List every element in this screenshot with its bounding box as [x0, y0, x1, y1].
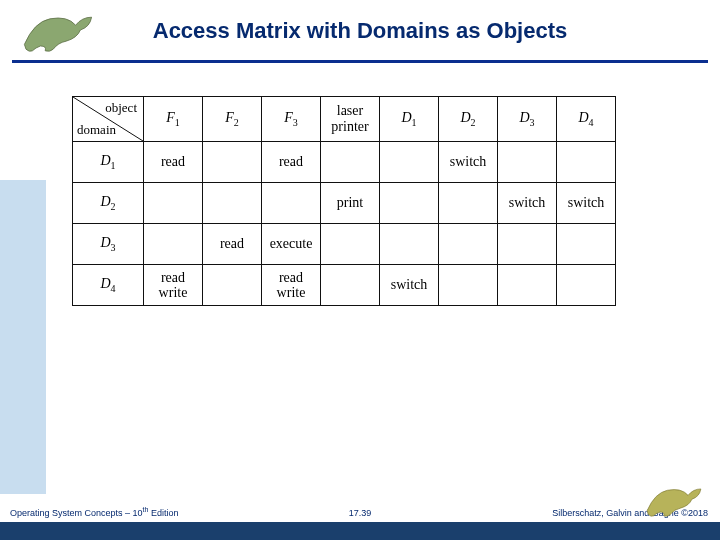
matrix-cell: [380, 183, 439, 224]
col-header: D2: [439, 97, 498, 142]
row-label: D3: [73, 224, 144, 265]
row-label: D2: [73, 183, 144, 224]
slide: Access Matrix with Domains as Objects ob…: [0, 0, 720, 540]
matrix-cell: read write: [144, 265, 203, 306]
row-label: D1: [73, 142, 144, 183]
col-header: F1: [144, 97, 203, 142]
matrix-cell: [262, 183, 321, 224]
matrix-cell: [439, 265, 498, 306]
bottom-accent-bar: [0, 522, 720, 540]
matrix-cell: [439, 183, 498, 224]
slide-title: Access Matrix with Domains as Objects: [0, 18, 720, 44]
matrix-cell: [498, 265, 557, 306]
corner-domain-label: domain: [77, 122, 116, 138]
col-header: laser printer: [321, 97, 380, 142]
col-header: D4: [557, 97, 616, 142]
col-header: D1: [380, 97, 439, 142]
dinosaur-icon-bottom: [642, 480, 706, 520]
matrix-cell: [321, 142, 380, 183]
col-header: D3: [498, 97, 557, 142]
matrix-cell: [557, 142, 616, 183]
matrix-corner: object domain: [73, 97, 144, 142]
title-underline: [12, 60, 708, 63]
col-header: F2: [203, 97, 262, 142]
matrix-cell: [144, 183, 203, 224]
matrix-cell: [144, 224, 203, 265]
matrix-cell: [498, 142, 557, 183]
matrix-cell: [321, 265, 380, 306]
access-matrix-table: object domain F1 F2 F3 laser printer D1 …: [72, 96, 616, 306]
matrix-cell: [439, 224, 498, 265]
matrix-cell: [380, 224, 439, 265]
matrix-cell: print: [321, 183, 380, 224]
matrix-cell: [203, 142, 262, 183]
matrix-cell: [203, 265, 262, 306]
left-accent-bar: [0, 180, 46, 494]
matrix-cell: switch: [439, 142, 498, 183]
matrix-cell: [380, 142, 439, 183]
corner-object-label: object: [105, 100, 137, 116]
row-label: D4: [73, 265, 144, 306]
matrix-cell: switch: [380, 265, 439, 306]
matrix-cell: [498, 224, 557, 265]
matrix-cell: read: [262, 142, 321, 183]
matrix-cell: switch: [498, 183, 557, 224]
matrix-cell: switch: [557, 183, 616, 224]
matrix-cell: [557, 224, 616, 265]
matrix-cell: [203, 183, 262, 224]
matrix-cell: read write: [262, 265, 321, 306]
matrix-cell: read: [203, 224, 262, 265]
matrix-cell: [557, 265, 616, 306]
matrix-cell: [321, 224, 380, 265]
matrix-cell: execute: [262, 224, 321, 265]
matrix-cell: read: [144, 142, 203, 183]
col-header: F3: [262, 97, 321, 142]
